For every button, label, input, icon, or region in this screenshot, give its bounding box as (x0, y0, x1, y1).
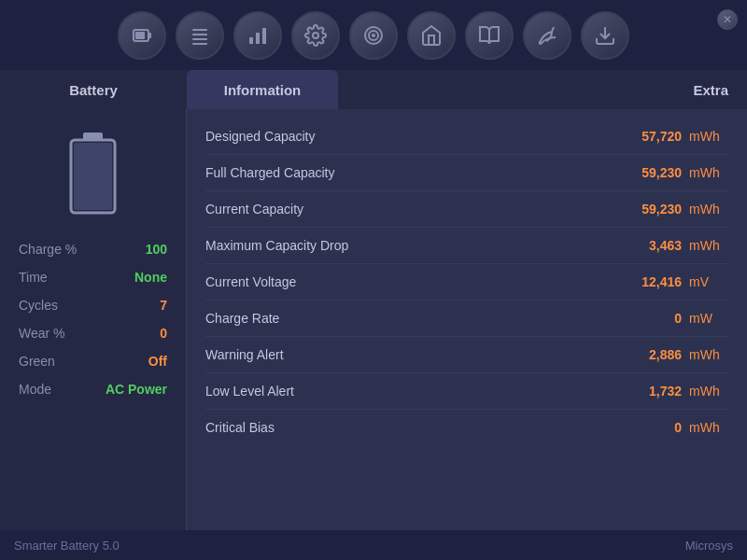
info-row-critical: Critical Bias 0 mWh (205, 410, 728, 445)
svg-point-10 (313, 33, 318, 38)
warning-value: 2,886 (616, 347, 682, 362)
charge-rate-value: 0 (616, 311, 682, 326)
green-label: Green (19, 354, 55, 369)
mode-label: Mode (19, 382, 51, 397)
designed-capacity-label: Designed Capacity (205, 129, 616, 144)
full-charged-unit: mWh (682, 165, 728, 180)
critical-label: Critical Bias (205, 420, 616, 435)
leaf-toolbar-btn[interactable] (523, 11, 571, 60)
charge-rate-unit: mW (682, 311, 728, 326)
time-label: Time (19, 270, 48, 285)
toolbar (118, 11, 629, 60)
wear-value: 0 (160, 326, 167, 341)
svg-rect-3 (192, 29, 207, 31)
book-toolbar-btn[interactable] (465, 11, 514, 60)
svg-rect-7 (249, 37, 253, 44)
wear-label: Wear % (19, 326, 65, 341)
warning-label: Warning Alert (205, 347, 616, 362)
critical-value: 0 (616, 420, 682, 435)
info-row-warning: Warning Alert 2,886 mWh (205, 337, 728, 373)
low-level-unit: mWh (682, 384, 728, 399)
stat-cycles: Cycles 7 (14, 291, 172, 319)
info-row-voltage: Current Voltage 12,416 mV (205, 264, 728, 301)
full-charged-value: 59,230 (616, 165, 682, 180)
current-capacity-unit: mWh (682, 202, 728, 217)
stat-charge: Charge % 100 (14, 235, 172, 263)
max-drop-unit: mWh (682, 238, 728, 253)
tab-extra[interactable]: Extra (665, 70, 747, 109)
charge-value: 100 (146, 242, 167, 257)
svg-rect-6 (192, 43, 207, 45)
designed-capacity-unit: mWh (682, 129, 728, 144)
critical-unit: mWh (682, 420, 728, 435)
battery-visual (67, 133, 119, 217)
cycles-value: 7 (160, 298, 167, 313)
designed-capacity-value: 57,720 (616, 129, 682, 144)
svg-point-13 (373, 35, 374, 36)
footer-left: Smarter Battery 5.0 (14, 539, 120, 553)
svg-rect-9 (262, 28, 266, 44)
voltage-unit: mV (682, 274, 728, 289)
low-level-label: Low Level Alert (205, 384, 616, 399)
info-row-charge-rate: Charge Rate 0 mW (205, 301, 728, 337)
close-button[interactable]: ✕ (717, 9, 738, 30)
footer-right: Microsys (685, 539, 733, 553)
cycles-label: Cycles (19, 298, 58, 313)
current-capacity-value: 59,230 (616, 202, 682, 217)
stats-table: Charge % 100 Time None Cycles 7 Wear % 0… (14, 235, 172, 403)
svg-rect-17 (74, 143, 112, 210)
download-toolbar-btn[interactable] (581, 11, 629, 60)
battery-toolbar-btn[interactable] (118, 11, 166, 60)
svg-rect-2 (135, 32, 145, 39)
tab-information[interactable]: Information (187, 70, 338, 109)
chart-toolbar-btn[interactable] (233, 11, 282, 60)
info-row-low-level: Low Level Alert 1,732 mWh (205, 373, 728, 410)
info-row-designed: Designed Capacity 57,720 mWh (205, 119, 728, 155)
tab-battery[interactable]: Battery (0, 70, 187, 109)
info-row-max-drop: Maximum Capacity Drop 3,463 mWh (205, 228, 728, 264)
svg-rect-4 (192, 34, 207, 35)
svg-rect-8 (256, 33, 260, 44)
svg-rect-1 (148, 33, 151, 38)
home-toolbar-btn[interactable] (407, 11, 456, 60)
max-drop-value: 3,463 (616, 238, 682, 253)
main-content: Charge % 100 Time None Cycles 7 Wear % 0… (0, 109, 747, 530)
low-level-value: 1,732 (616, 384, 682, 399)
voltage-value: 12,416 (616, 274, 682, 289)
max-drop-label: Maximum Capacity Drop (205, 238, 616, 253)
footer: Smarter Battery 5.0 Microsys (0, 530, 747, 560)
stat-green: Green Off (14, 347, 172, 375)
info-row-full-charged: Full Charged Capacity 59,230 mWh (205, 155, 728, 191)
charge-rate-label: Charge Rate (205, 311, 616, 326)
voltage-label: Current Voltage (205, 274, 616, 289)
battery-svg (67, 133, 119, 217)
stat-wear: Wear % 0 (14, 319, 172, 347)
title-bar: ✕ (0, 0, 747, 70)
settings-toolbar-btn[interactable] (291, 11, 340, 60)
warning-unit: mWh (682, 347, 728, 362)
mode-value: AC Power (106, 382, 167, 397)
target-toolbar-btn[interactable] (349, 11, 398, 60)
list-toolbar-btn[interactable] (176, 11, 224, 60)
charge-label: Charge % (19, 242, 77, 257)
full-charged-label: Full Charged Capacity (205, 165, 616, 180)
current-capacity-label: Current Capacity (205, 202, 616, 217)
stat-time: Time None (14, 263, 172, 291)
tab-row: Battery Information Extra (0, 70, 747, 109)
right-panel: Designed Capacity 57,720 mWh Full Charge… (187, 109, 747, 530)
stat-mode: Mode AC Power (14, 375, 172, 403)
left-panel: Charge % 100 Time None Cycles 7 Wear % 0… (0, 109, 187, 530)
time-value: None (134, 270, 167, 285)
info-row-current-capacity: Current Capacity 59,230 mWh (205, 191, 728, 228)
svg-rect-5 (192, 38, 207, 40)
green-value: Off (148, 354, 167, 369)
